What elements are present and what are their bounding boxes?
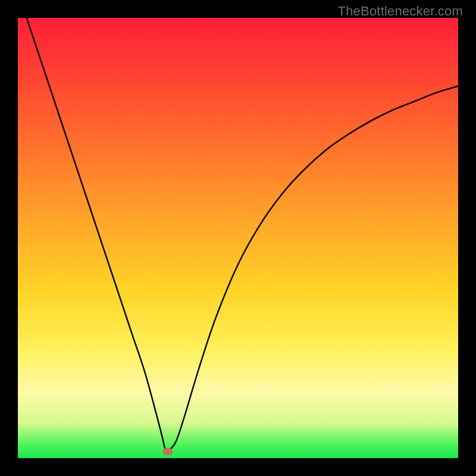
plot-area xyxy=(18,18,458,458)
attribution-label: TheBottlenecker.com xyxy=(338,4,463,19)
optimal-point-marker xyxy=(163,448,173,455)
bottleneck-curve xyxy=(18,18,458,458)
chart-frame: TheBottlenecker.com xyxy=(0,0,476,476)
